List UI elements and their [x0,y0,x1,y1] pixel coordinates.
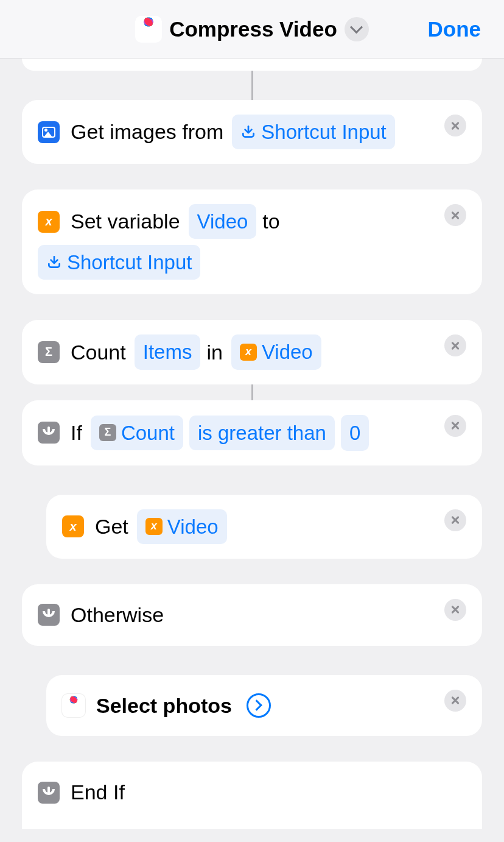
photos-app-icon [135,16,162,43]
previous-action-card [22,58,482,71]
delete-action-button[interactable] [444,204,466,226]
token-label: Count [121,417,175,448]
action-label: Otherwise [71,599,166,631]
delete-action-button[interactable] [444,115,466,136]
action-otherwise[interactable]: Otherwise [22,584,482,646]
connector-line [251,71,253,100]
variable-icon: x [145,518,163,535]
video-variable-token[interactable]: x Video [231,334,321,369]
action-label: End If [71,776,127,808]
action-get-images[interactable]: Get images from Shortcut Input [22,100,482,164]
sigma-icon: Σ [99,424,116,441]
action-count[interactable]: Σ Count Items in x Video [22,320,482,384]
delete-action-button[interactable] [444,599,466,621]
action-label: Set variable [71,205,183,238]
action-label: in [206,336,225,369]
condition-value-token[interactable]: 0 [341,415,369,451]
delete-action-button[interactable] [444,415,466,437]
done-button[interactable]: Done [428,17,481,41]
action-label: Get [95,511,131,543]
condition-operator-token[interactable]: is greater than [189,416,335,450]
video-variable-token[interactable]: x Video [137,509,227,544]
action-set-variable[interactable]: x Set variable Video to Shortcut Input [22,189,482,294]
action-select-photos[interactable]: Select photos [46,675,482,737]
chevron-down-icon [350,21,363,34]
token-label: Shortcut Input [67,247,192,278]
shortcut-input-token[interactable]: Shortcut Input [38,245,200,280]
action-label: to [262,205,282,238]
action-get-variable[interactable]: x Get x Video [46,495,482,559]
token-label: Video [262,336,313,367]
branch-icon [38,604,60,626]
input-icon [46,255,62,271]
input-icon [240,124,256,140]
count-variable-token[interactable]: Σ Count [91,416,183,450]
action-end-if[interactable]: End If [22,762,482,829]
token-label: Shortcut Input [261,116,386,147]
header-title-wrap[interactable]: Compress Video [135,16,369,43]
branch-icon [38,782,60,804]
shortcut-input-token[interactable]: Shortcut Input [232,115,394,149]
delete-action-button[interactable] [444,509,466,531]
expand-options-button[interactable] [247,693,271,718]
variable-name-token[interactable]: Video [189,204,257,239]
connector-line [251,384,253,400]
variable-icon: x [240,344,257,361]
variable-icon: x [38,211,60,233]
action-label: Count [71,336,128,369]
header: Compress Video Done [0,0,504,58]
chevron-right-icon [251,700,262,711]
delete-action-button[interactable] [444,690,466,712]
action-label: Select photos [96,690,234,722]
action-if[interactable]: If Σ Count is greater than 0 [22,400,482,465]
photos-app-icon [62,694,85,717]
title-menu-button[interactable] [345,17,369,41]
shortcut-title: Compress Video [169,17,337,41]
action-label: If [71,417,85,449]
action-label: Get images from [71,116,226,148]
branch-icon [38,422,60,444]
variable-icon: x [62,515,84,537]
token-label: Video [167,511,219,542]
items-token[interactable]: Items [135,334,201,369]
workflow-content: Get images from Shortcut Input x Set var… [0,58,504,842]
image-icon [38,121,60,143]
sigma-icon: Σ [38,341,60,363]
